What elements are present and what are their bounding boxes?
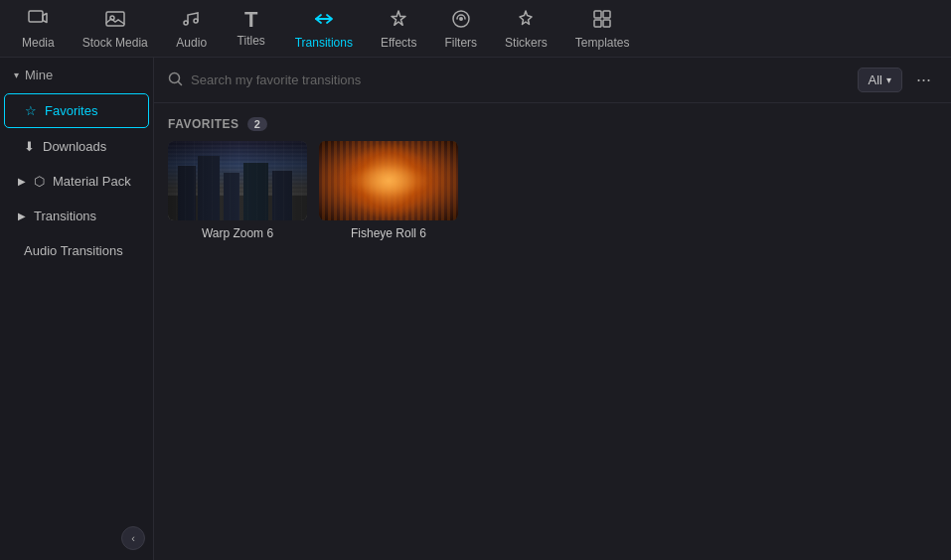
ellipsis-icon: ··· — [916, 70, 931, 89]
nav-item-stock-media[interactable]: Stock Media — [69, 2, 162, 56]
more-options-button[interactable]: ··· — [910, 68, 937, 92]
filters-icon — [450, 8, 472, 33]
nav-label-transitions: Transitions — [295, 36, 353, 50]
nav-label-stock-media: Stock Media — [82, 36, 148, 50]
titles-icon: T — [244, 9, 257, 31]
warp-zoom-thumb-visual — [168, 141, 307, 220]
nav-item-transitions[interactable]: Transitions — [281, 2, 367, 56]
chevron-right-icon2: ▶ — [18, 210, 26, 221]
nav-item-templates[interactable]: Templates — [561, 2, 644, 56]
sidebar-item-favorites[interactable]: ☆ Favorites — [4, 93, 149, 128]
svg-point-3 — [184, 21, 188, 25]
nav-label-stickers: Stickers — [505, 36, 548, 50]
svg-rect-7 — [594, 11, 601, 18]
templates-icon — [591, 8, 613, 33]
audio-icon — [181, 8, 203, 33]
sidebar-mine-header[interactable]: ▾ Mine — [0, 58, 153, 92]
sidebar-mine-label: Mine — [25, 68, 53, 82]
download-icon: ⬇ — [24, 139, 35, 154]
sidebar-item-transitions[interactable]: ▶ Transitions — [4, 200, 149, 232]
filter-dropdown[interactable]: All ▾ — [858, 68, 902, 92]
svg-rect-9 — [594, 20, 601, 27]
top-nav: Media Stock Media Audio T Titles Transit… — [0, 0, 951, 58]
nav-label-media: Media — [22, 36, 55, 50]
effects-icon — [388, 8, 409, 33]
svg-rect-1 — [106, 12, 124, 26]
nav-label-templates: Templates — [575, 36, 630, 50]
nav-label-effects: Effects — [381, 36, 416, 50]
sidebar-favorites-label: Favorites — [45, 103, 97, 118]
thumbnail-fisheye-roll-6[interactable]: Fisheye Roll 6 — [319, 141, 458, 240]
favorites-count-badge: 2 — [247, 117, 268, 131]
warp-zoom-6-label: Warp Zoom 6 — [202, 226, 273, 240]
nav-item-media[interactable]: Media — [8, 2, 69, 56]
favorites-section-label: FAVORITES 2 — [154, 103, 951, 141]
chevron-right-icon: ▶ — [18, 176, 26, 187]
search-icon — [168, 71, 183, 89]
chevron-down-icon: ▾ — [14, 70, 19, 80]
sidebar-item-downloads[interactable]: ⬇ Downloads — [4, 130, 149, 163]
favorites-label-text: FAVORITES — [168, 117, 239, 131]
fisheye-roll-6-image — [319, 141, 458, 220]
filter-label: All — [869, 72, 882, 87]
sidebar-collapse-button[interactable]: ‹ — [121, 526, 145, 550]
fisheye-thumb-visual — [319, 141, 458, 220]
sidebar-item-material-pack[interactable]: ▶ ⬡ Material Pack — [4, 165, 149, 198]
stickers-icon — [515, 8, 537, 33]
search-bar: All ▾ ··· — [154, 58, 951, 103]
transitions-icon — [313, 8, 335, 33]
svg-rect-10 — [603, 20, 610, 27]
svg-rect-8 — [603, 11, 610, 18]
search-input[interactable] — [191, 72, 850, 87]
main-area: ▾ Mine ☆ Favorites ⬇ Downloads ▶ ⬡ Mater… — [0, 58, 951, 560]
media-icon — [27, 8, 49, 33]
svg-point-4 — [194, 19, 198, 23]
fisheye-roll-6-label: Fisheye Roll 6 — [351, 226, 426, 240]
sidebar-downloads-label: Downloads — [43, 139, 106, 154]
thumbnails-grid: Warp Zoom 6 Fisheye Roll 6 — [154, 141, 951, 256]
sidebar-material-pack-label: Material Pack — [53, 174, 131, 189]
svg-rect-0 — [29, 11, 43, 22]
nav-item-filters[interactable]: Filters — [430, 2, 491, 56]
chevron-down-icon2: ▾ — [886, 74, 891, 85]
collapse-icon: ‹ — [131, 532, 135, 544]
nav-item-effects[interactable]: Effects — [367, 2, 430, 56]
stock-media-icon — [104, 8, 126, 33]
nav-item-stickers[interactable]: Stickers — [491, 2, 561, 56]
sidebar-audio-transitions-label: Audio Transitions — [24, 243, 123, 258]
content-area: All ▾ ··· FAVORITES 2 — [154, 58, 951, 560]
svg-point-6 — [459, 17, 463, 21]
sidebar-item-audio-transitions[interactable]: Audio Transitions — [4, 234, 149, 267]
sidebar: ▾ Mine ☆ Favorites ⬇ Downloads ▶ ⬡ Mater… — [0, 58, 154, 560]
nav-item-audio[interactable]: Audio — [162, 2, 222, 56]
nav-label-audio: Audio — [176, 36, 207, 50]
cube-icon: ⬡ — [34, 174, 45, 189]
nav-item-titles[interactable]: T Titles — [222, 3, 281, 54]
warp-zoom-6-image — [168, 141, 307, 220]
nav-label-filters: Filters — [444, 36, 477, 50]
sidebar-transitions-label: Transitions — [34, 209, 96, 223]
star-icon: ☆ — [25, 103, 37, 118]
nav-label-titles: Titles — [238, 34, 265, 48]
thumbnail-warp-zoom-6[interactable]: Warp Zoom 6 — [168, 141, 307, 240]
